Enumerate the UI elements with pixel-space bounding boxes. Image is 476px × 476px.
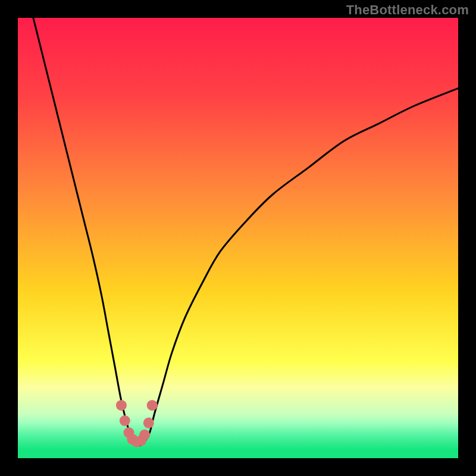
bottleneck-curve bbox=[31, 18, 458, 446]
curve-layer bbox=[18, 18, 458, 458]
marker-dot bbox=[139, 430, 150, 440]
highlight-markers bbox=[116, 400, 158, 447]
attribution-text: TheBottleneck.com bbox=[346, 2, 469, 18]
marker-dot bbox=[147, 400, 158, 411]
chart-frame: TheBottleneck.com bbox=[0, 0, 476, 476]
marker-dot bbox=[120, 415, 130, 426]
marker-dot bbox=[116, 400, 127, 411]
plot-area bbox=[18, 18, 458, 458]
marker-dot bbox=[143, 418, 154, 428]
